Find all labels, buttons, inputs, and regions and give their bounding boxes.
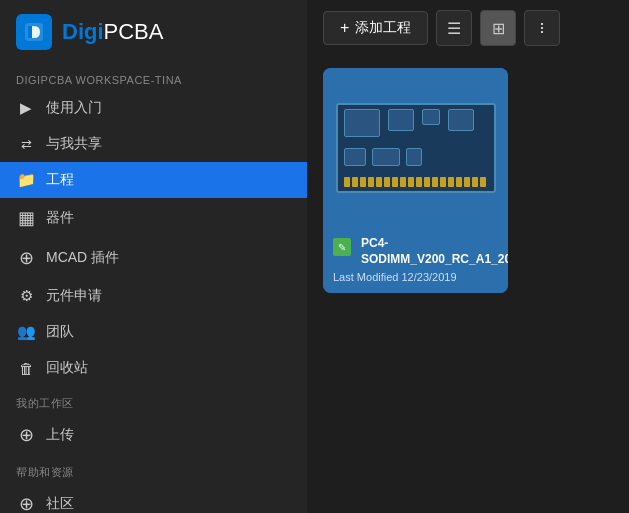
community-icon: ⊕ (16, 493, 36, 513)
sidebar-item-label: 元件申请 (46, 287, 102, 305)
svg-rect-1 (28, 26, 32, 38)
sidebar-item-element-request[interactable]: ⚙ 元件申请 (0, 278, 307, 314)
sidebar-item-projects[interactable]: 📁 工程 (0, 162, 307, 198)
pcb-contact (384, 177, 390, 187)
sidebar-item-components[interactable]: ▦ 器件 (0, 198, 307, 238)
pcb-contact (400, 177, 406, 187)
logo-area: DigiPCBA (0, 0, 307, 64)
grid-view-button[interactable]: ⊞ (480, 10, 516, 46)
pcb-contact (424, 177, 430, 187)
pcb-contact (360, 177, 366, 187)
sidebar-item-shared[interactable]: ⇄ 与我共享 (0, 126, 307, 162)
pcb-contact (480, 177, 486, 187)
pcb-contact (344, 177, 350, 187)
pcb-chip (448, 109, 474, 131)
sidebar-item-label: 上传 (46, 426, 74, 444)
pcb-chip (388, 109, 414, 131)
logo-text: DigiPCBA (62, 19, 163, 45)
sidebar: DigiPCBA DIGIPCBA WORKSPACE-TINA ▶ 使用入门 … (0, 0, 307, 513)
pcb-contact (352, 177, 358, 187)
upload-icon: ⊕ (16, 424, 36, 446)
gear-icon: ⚙ (16, 287, 36, 305)
list-view-button[interactable]: ☰ (436, 10, 472, 46)
sidebar-item-mcad[interactable]: ⊕ MCAD 插件 (0, 238, 307, 278)
logo-light: PCBA (104, 19, 164, 44)
sidebar-item-getting-started[interactable]: ▶ 使用入门 (0, 90, 307, 126)
sidebar-item-recycle[interactable]: 🗑 回收站 (0, 350, 307, 386)
add-project-button[interactable]: + 添加工程 (323, 11, 428, 45)
sidebar-item-label: 社区 (46, 495, 74, 513)
sidebar-item-label: 使用入门 (46, 99, 102, 117)
project-card[interactable]: ✎ PC4-SODIMM_V200_RC_A1_20141015 ··· Las… (323, 68, 508, 293)
team-icon: 👥 (16, 323, 36, 341)
sidebar-item-community[interactable]: ⊕ 社区 (0, 484, 307, 513)
project-name: PC4-SODIMM_V200_RC_A1_20141015 (361, 236, 508, 267)
sidebar-item-label: 工程 (46, 171, 74, 189)
pcb-chip (422, 109, 440, 125)
sidebar-item-team[interactable]: 👥 团队 (0, 314, 307, 350)
pcb-contact (408, 177, 414, 187)
my-workspace-label: 我的工作区 (0, 386, 307, 415)
logo-icon (16, 14, 52, 50)
project-thumbnail (323, 68, 508, 228)
share-icon: ⇄ (16, 137, 36, 152)
sidebar-item-label: 与我共享 (46, 135, 102, 153)
main-area: + 添加工程 ☰ ⊞ ⫶ (307, 0, 629, 513)
pcb-contacts (344, 177, 488, 187)
pcb-chip (406, 148, 422, 166)
plus-icon: + (340, 19, 349, 37)
pcb-contact (456, 177, 462, 187)
main-toolbar: + 添加工程 ☰ ⊞ ⫶ (307, 0, 629, 56)
components-icon: ▦ (16, 207, 36, 229)
pcb-contact (432, 177, 438, 187)
pcb-contact (368, 177, 374, 187)
pcb-contact (376, 177, 382, 187)
project-title-row: ✎ PC4-SODIMM_V200_RC_A1_20141015 ··· (333, 236, 498, 267)
folder-icon: 📁 (16, 171, 36, 189)
pcb-board (336, 103, 496, 193)
pcb-chip (344, 148, 366, 166)
list-icon: ☰ (447, 19, 461, 38)
pcb-contact (440, 177, 446, 187)
pcb-contact (392, 177, 398, 187)
pcb-chips-row (344, 109, 488, 137)
logo-bold: Digi (62, 19, 104, 44)
workspace-label: DIGIPCBA WORKSPACE-TINA (0, 64, 307, 90)
pcb-contact (448, 177, 454, 187)
sidebar-item-label: 团队 (46, 323, 74, 341)
pcb-contact (472, 177, 478, 187)
help-label: 帮助和资源 (0, 455, 307, 484)
pcb-chip (344, 109, 380, 137)
pcb-contact (464, 177, 470, 187)
sidebar-item-label: 器件 (46, 209, 74, 227)
project-date: Last Modified 12/23/2019 (333, 271, 498, 283)
trash-icon: 🗑 (16, 360, 36, 377)
mcad-icon: ⊕ (16, 247, 36, 269)
pcb-contact (416, 177, 422, 187)
add-project-label: 添加工程 (355, 19, 411, 37)
filter-icon: ⫶ (538, 19, 546, 37)
filter-button[interactable]: ⫶ (524, 10, 560, 46)
grid-icon: ⊞ (492, 19, 505, 38)
sidebar-item-upload[interactable]: ⊕ 上传 (0, 415, 307, 455)
pcb-chip (372, 148, 400, 166)
project-grid: ✎ PC4-SODIMM_V200_RC_A1_20141015 ··· Las… (307, 56, 629, 513)
project-card-info: ✎ PC4-SODIMM_V200_RC_A1_20141015 ··· Las… (323, 228, 508, 293)
project-file-icon: ✎ (333, 238, 351, 256)
sidebar-item-label: 回收站 (46, 359, 88, 377)
sidebar-item-label: MCAD 插件 (46, 249, 119, 267)
play-icon: ▶ (16, 99, 36, 117)
